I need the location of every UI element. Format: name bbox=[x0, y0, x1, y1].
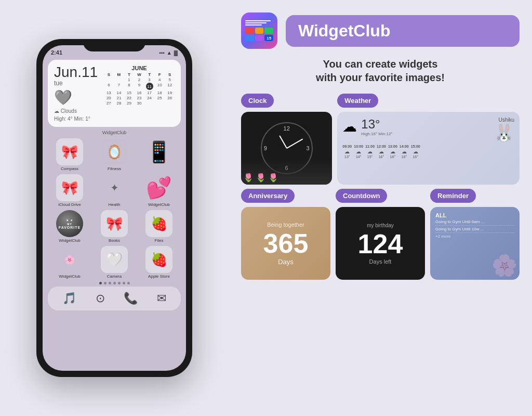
cal-day: tue bbox=[54, 80, 98, 87]
badge-green bbox=[264, 28, 273, 34]
cal-d-1: 1 bbox=[124, 77, 134, 82]
app-health[interactable]: ✦ Health bbox=[94, 174, 135, 207]
forecast-time-6: 14:00 bbox=[400, 145, 409, 148]
widgets-row-1: 12 3 6 9 🌷 🌷 🌷 ☁ bbox=[241, 112, 520, 185]
favorite-widget-icon: ✦ ✦ MY FAVORITE bbox=[56, 210, 83, 237]
phone-pink-icon: 📱 bbox=[145, 138, 172, 165]
weather-cloud-icon: ☁ bbox=[342, 118, 357, 135]
tagline-line2: with your favorite images! bbox=[241, 71, 520, 84]
left-panel: 2:41 ▪▪▪ ▲ ▓ Jun.11 tue 🩶 ☁ Clouds High:… bbox=[0, 0, 229, 416]
compass-label: Compass bbox=[61, 166, 78, 171]
anniversary-widget[interactable]: Being together 365 Days bbox=[241, 207, 330, 280]
forecast-temp-3: 15° bbox=[367, 155, 373, 159]
dock-compass-icon[interactable]: ⊙ bbox=[96, 292, 105, 305]
files-label: Files bbox=[155, 238, 164, 243]
forecast-temp-4: 16° bbox=[379, 155, 384, 159]
dock-mail-icon[interactable]: ✉ bbox=[157, 292, 166, 305]
icloud-label: iCloud Drive bbox=[58, 202, 81, 207]
forecast-1000: 10:00 ☁ 14° bbox=[354, 145, 363, 159]
app-favorite[interactable]: ✦ ✦ MY FAVORITE WidgetClub bbox=[49, 210, 90, 243]
clock-widget[interactable]: 12 3 6 9 🌷 🌷 🌷 bbox=[241, 112, 332, 185]
dock-phone-icon[interactable]: 📞 bbox=[124, 292, 138, 305]
app-widgetclub-row4[interactable]: 🌸 WidgetClub bbox=[49, 246, 90, 279]
wifi-icon: ▲ bbox=[167, 50, 172, 56]
battery-icon: ▓ bbox=[174, 50, 178, 56]
cal-d-5: 5 bbox=[165, 77, 175, 82]
icon-line-3 bbox=[245, 24, 262, 25]
cal-d-18: 18 bbox=[155, 90, 165, 95]
tulip-3: 🌷 bbox=[268, 173, 278, 183]
cal-d-today: 11 bbox=[146, 83, 153, 90]
cal-d-26: 26 bbox=[165, 96, 175, 100]
cal-d-8: 8 bbox=[124, 83, 134, 90]
countdown-label: my birthday bbox=[367, 223, 394, 228]
dot-5 bbox=[118, 282, 121, 284]
clock-hand-min bbox=[286, 138, 303, 148]
calendar-widget[interactable]: Jun.11 tue 🩶 ☁ Clouds High: 4° Min: 1° J… bbox=[48, 60, 181, 127]
app-apple-store[interactable]: 🍓 Apple Store bbox=[138, 246, 180, 279]
cal-d-10: 10 bbox=[155, 83, 165, 90]
reminder-tag: Reminder bbox=[430, 189, 476, 203]
weather-widget[interactable]: ☁ 13° High:16° Min:12° Ushiku 🐰 bbox=[337, 112, 520, 185]
clock-num-12: 12 bbox=[284, 125, 290, 132]
reminder-tag-container: Reminder bbox=[430, 189, 520, 203]
cal-d-24: 24 bbox=[144, 96, 154, 100]
reminder-item-1: Going to Gym Until 6am ... bbox=[435, 218, 514, 226]
forecast-temp-1: 13° bbox=[344, 155, 350, 159]
cal-heart-icon: 🩶 bbox=[54, 89, 98, 106]
forecast-time-5: 13:00 bbox=[388, 145, 397, 148]
cal-d-12: 12 bbox=[165, 83, 175, 90]
right-panel: 15 WidgetClub You can create widgets wit… bbox=[229, 0, 532, 416]
tags-row-2: Anniversary Countdown Reminder bbox=[241, 189, 520, 203]
favorite-label: WidgetClub bbox=[59, 238, 80, 243]
cal-header-w: W bbox=[135, 72, 144, 77]
forecast-time-1: 09:00 bbox=[342, 145, 352, 148]
badge-blue bbox=[245, 35, 254, 41]
cal-d-empty2 bbox=[114, 77, 124, 82]
dot-4 bbox=[113, 282, 116, 284]
app-icloud[interactable]: 🎀 iCloud Drive bbox=[49, 174, 90, 207]
weather-right: Ushiku 🐰 bbox=[494, 117, 514, 142]
fitness-label: Fitness bbox=[108, 166, 121, 171]
reminder-widget[interactable]: 🌸 ALL Going to Gym Until 6am ... Going t… bbox=[430, 207, 520, 280]
cal-d-3: 3 bbox=[144, 77, 154, 82]
calendar-widget-label: WidgetClub bbox=[43, 130, 186, 135]
cal-d-30: 30 bbox=[135, 101, 144, 106]
forecast-cloud-4: ☁ bbox=[379, 149, 384, 154]
app-camera[interactable]: 🤍 Camera bbox=[94, 246, 135, 279]
app-compass[interactable]: 🎀 Compass bbox=[49, 138, 90, 171]
clock-hand-hour bbox=[279, 135, 287, 148]
app-books[interactable]: 🎀 Books bbox=[94, 210, 135, 243]
cal-header-t2: T bbox=[144, 72, 154, 77]
tagline-line1: You can create widgets bbox=[241, 57, 520, 71]
icon-line-2 bbox=[245, 22, 267, 23]
books-icon: 🎀 bbox=[101, 210, 128, 237]
app-fitness[interactable]: 🪞 Fitness bbox=[94, 138, 135, 171]
cal-left: Jun.11 tue 🩶 ☁ Clouds High: 4° Min: 1° bbox=[54, 65, 98, 122]
cal-d-2: 2 bbox=[135, 77, 144, 82]
cal-d-28: 28 bbox=[114, 101, 124, 106]
app-icon-large: 15 bbox=[241, 12, 277, 49]
countdown-widget[interactable]: my birthday 124 Days left bbox=[336, 207, 425, 280]
dock-music-icon[interactable]: 🎵 bbox=[62, 292, 76, 305]
weather-top: ☁ 13° High:16° Min:12° Ushiku 🐰 bbox=[342, 117, 514, 142]
anniv-label: Being together bbox=[267, 222, 304, 228]
app-files[interactable]: 🍓 Files bbox=[138, 210, 180, 243]
forecast-1200: 12:00 ☁ 16° bbox=[377, 145, 386, 159]
forecast-cloud-6: ☁ bbox=[402, 149, 407, 154]
badge-yellow bbox=[255, 28, 264, 34]
clock-tulips: 🌷 🌷 🌷 bbox=[241, 159, 332, 185]
cal-month: JUNE bbox=[104, 65, 175, 71]
countdown-unit: Days left bbox=[369, 258, 392, 265]
anniv-unit: Days bbox=[278, 258, 294, 266]
cal-header-m: M bbox=[114, 72, 124, 77]
app-header: 15 WidgetClub bbox=[241, 12, 520, 49]
widgetclub-label-row4: WidgetClub bbox=[59, 274, 80, 279]
forecast-0900: 09:00 ☁ 13° bbox=[342, 145, 352, 159]
cal-d-29: 29 bbox=[124, 101, 134, 106]
tulip-1: 🌷 bbox=[243, 173, 254, 183]
app-widgetclub-row2[interactable]: 💕 WidgetClub bbox=[138, 174, 180, 207]
tulip-2: 🌷 bbox=[256, 173, 266, 183]
widgetclub-label-row2: WidgetClub bbox=[148, 202, 169, 207]
cal-header-t1: T bbox=[124, 72, 134, 77]
